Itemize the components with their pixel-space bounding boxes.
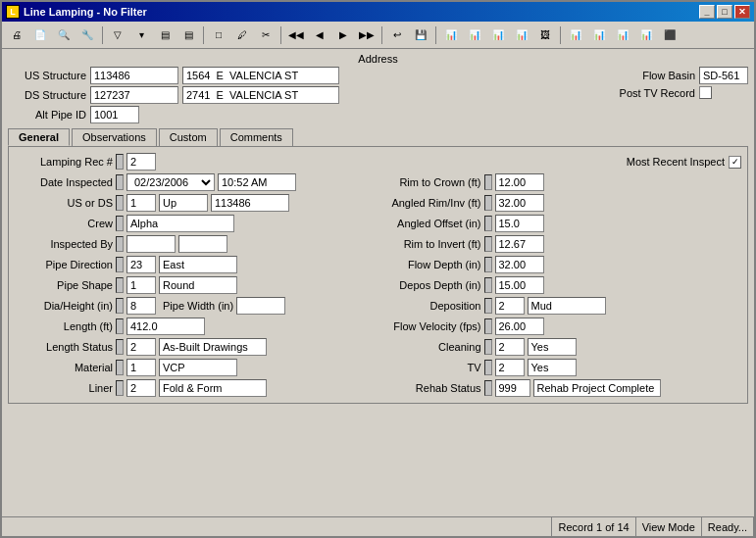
us-ds-code-input[interactable]: [211, 194, 289, 212]
material-indicator: [116, 360, 124, 375]
date-indicator: [116, 174, 124, 190]
ds-structure-code-input[interactable]: [90, 86, 178, 104]
inspected-by-input2[interactable]: [178, 235, 227, 253]
toolbar-chart4[interactable]: 📊: [511, 24, 532, 46]
toolbar-prev2[interactable]: ◀◀: [285, 24, 307, 46]
ds-structure-addr-input[interactable]: [182, 86, 339, 104]
angled-rim-label: Angled Rim/Inv (ft): [383, 197, 481, 209]
toolbar-chart6[interactable]: 📊: [565, 24, 586, 46]
tab-container: General Observations Custom Comments Lam…: [8, 126, 748, 404]
us-structure-code-input[interactable]: [90, 67, 178, 84]
toolbar-end[interactable]: ⬛: [659, 24, 680, 46]
alt-pipe-input[interactable]: [90, 106, 139, 123]
length-status-num-input[interactable]: [126, 338, 156, 356]
flow-basin-input[interactable]: [699, 67, 748, 84]
top-fields-right: Flow Basin Post TV Record: [617, 67, 748, 99]
pipe-dir-text-input[interactable]: [159, 256, 237, 273]
toolbar-next[interactable]: ▶: [332, 24, 354, 46]
angled-offset-input[interactable]: [495, 215, 544, 232]
minimize-button[interactable]: _: [699, 5, 715, 19]
toolbar-chart1[interactable]: 📊: [440, 24, 462, 46]
flow-velocity-row: Flow Velocity (fps): [383, 318, 742, 335]
toolbar-filter[interactable]: ▽: [107, 24, 128, 46]
toolbar-search[interactable]: 🔍: [53, 24, 75, 46]
lamping-rec-input[interactable]: [126, 153, 156, 171]
rehab-status-num-input[interactable]: [495, 379, 530, 397]
flow-depth-input[interactable]: [495, 256, 544, 273]
material-num-input[interactable]: [126, 359, 156, 376]
view-mode: View Mode: [636, 517, 702, 536]
toolbar-new[interactable]: 🖨: [6, 24, 27, 46]
rim-invert-indicator: [484, 236, 492, 252]
cleaning-text-input[interactable]: [528, 338, 577, 356]
us-structure-addr-input[interactable]: [182, 67, 339, 84]
toolbar-blank1[interactable]: □: [208, 24, 229, 46]
rim-invert-input[interactable]: [495, 235, 544, 253]
material-text-input[interactable]: [159, 359, 237, 376]
address-header: Address: [8, 53, 748, 65]
crew-input[interactable]: [126, 215, 234, 232]
length-label: Length (ft): [15, 320, 113, 332]
toolbar-settings[interactable]: 🔧: [76, 24, 98, 46]
flow-velocity-input[interactable]: [495, 318, 544, 335]
cleaning-num-input[interactable]: [495, 338, 525, 356]
toolbar-list[interactable]: ▤: [154, 24, 176, 46]
dia-height-label: Dia/Height (in): [15, 300, 113, 312]
rim-crown-input[interactable]: [495, 173, 544, 191]
tv-num-input[interactable]: [495, 359, 525, 376]
inspected-by-input1[interactable]: [126, 235, 176, 253]
toolbar-chart8[interactable]: 📊: [612, 24, 633, 46]
tabs: General Observations Custom Comments: [8, 128, 748, 146]
tab-general[interactable]: General: [8, 128, 70, 146]
dia-height-input[interactable]: [126, 297, 156, 315]
toolbar-undo[interactable]: ↩: [386, 24, 408, 46]
flow-depth-label: Flow Depth (in): [383, 259, 481, 270]
pipe-width-input[interactable]: [236, 297, 285, 315]
toolbar-chart3[interactable]: 📊: [487, 24, 509, 46]
rehab-status-row: Rehab Status: [383, 379, 742, 397]
close-button[interactable]: ✕: [734, 5, 750, 19]
ds-structure-label: DS Structure: [8, 89, 86, 101]
time-input[interactable]: [218, 173, 296, 191]
liner-num-input[interactable]: [126, 379, 156, 397]
pipe-shape-num-input[interactable]: [126, 276, 156, 294]
length-input[interactable]: [126, 318, 205, 335]
toolbar-print[interactable]: 📄: [29, 24, 51, 46]
tv-text-input[interactable]: [528, 359, 577, 376]
deposition-num-input[interactable]: [495, 297, 525, 315]
date-select[interactable]: 02/23/2006: [126, 173, 215, 191]
us-ds-num-input[interactable]: [126, 194, 156, 212]
toolbar-prev[interactable]: ◀: [309, 24, 330, 46]
post-tv-checkbox[interactable]: [699, 86, 712, 99]
rehab-status-text-input[interactable]: [533, 379, 661, 397]
us-ds-dir-input[interactable]: [159, 194, 208, 212]
toolbar-cut[interactable]: ✂: [255, 24, 277, 46]
toolbar-save[interactable]: 💾: [410, 24, 431, 46]
tab-comments[interactable]: Comments: [220, 128, 293, 146]
toolbar-pen[interactable]: 🖊: [231, 24, 253, 46]
liner-text-input[interactable]: [159, 379, 267, 397]
toolbar-chart9[interactable]: 📊: [635, 24, 657, 46]
us-structure-row: US Structure: [8, 67, 611, 84]
toolbar-chart5[interactable]: 🖼: [534, 24, 556, 46]
pipe-dir-num-input[interactable]: [126, 256, 156, 273]
deposition-indicator: [484, 298, 492, 314]
toolbar-chart2[interactable]: 📊: [464, 24, 485, 46]
maximize-button[interactable]: □: [717, 5, 732, 19]
pipe-shape-text-input[interactable]: [159, 276, 237, 294]
window-controls: _ □ ✕: [699, 5, 750, 19]
tab-custom[interactable]: Custom: [159, 128, 218, 146]
tab-observations[interactable]: Observations: [72, 128, 157, 146]
pipe-shape-indicator: [116, 277, 124, 293]
most-recent-checkbox[interactable]: ✓: [729, 156, 741, 169]
depos-depth-indicator: [484, 277, 492, 293]
toolbar-list2[interactable]: ▤: [177, 24, 199, 46]
toolbar-next2[interactable]: ▶▶: [356, 24, 378, 46]
toolbar-filter-arrow[interactable]: ▾: [130, 24, 152, 46]
sep4: [381, 26, 382, 44]
angled-rim-input[interactable]: [495, 194, 544, 212]
toolbar-chart7[interactable]: 📊: [588, 24, 610, 46]
depos-depth-input[interactable]: [495, 276, 544, 294]
deposition-text-input[interactable]: [528, 297, 606, 315]
length-status-text-input[interactable]: [159, 338, 267, 356]
